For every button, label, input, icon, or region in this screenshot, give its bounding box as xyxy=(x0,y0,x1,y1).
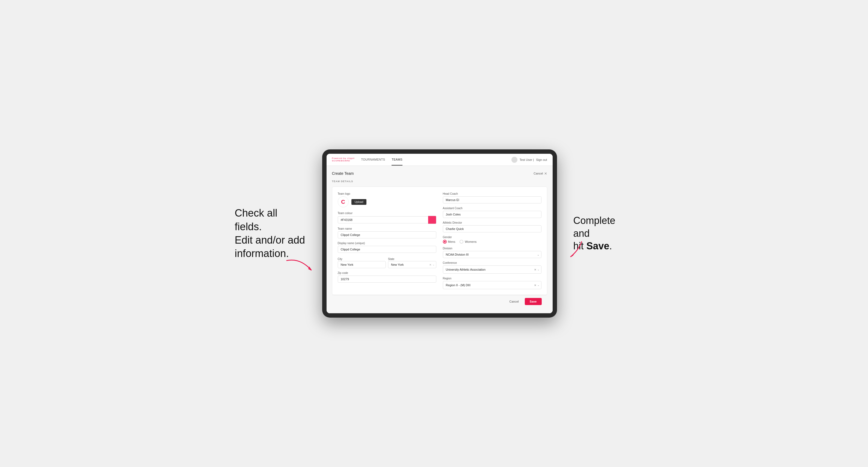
head-coach-label: Head Coach xyxy=(443,192,541,195)
display-name-input[interactable] xyxy=(338,246,436,253)
upload-button[interactable]: Upload xyxy=(351,199,367,205)
team-logo-group: Team logo C Upload xyxy=(338,192,436,208)
team-colour-input[interactable] xyxy=(338,216,428,223)
team-logo-label: Team logo xyxy=(338,192,436,195)
division-label: Division xyxy=(443,247,541,250)
zipcode-input[interactable] xyxy=(338,276,436,283)
state-clear-icon[interactable]: ✕ xyxy=(429,263,431,266)
region-chevron-icon: ⌄ xyxy=(537,284,539,286)
city-subgroup: City xyxy=(338,256,386,268)
city-label: City xyxy=(338,257,342,260)
zipcode-label: Zip code xyxy=(338,272,436,275)
team-name-input[interactable] xyxy=(338,231,436,239)
gender-mens-label: Mens xyxy=(448,240,456,243)
city-input[interactable] xyxy=(338,261,386,268)
head-coach-input[interactable] xyxy=(443,196,541,204)
athletic-director-input[interactable] xyxy=(443,225,541,232)
navbar: Powered by clippit SCOREBOARD TOURNAMENT… xyxy=(327,154,553,166)
colour-swatch[interactable] xyxy=(428,216,436,224)
team-colour-group: Team colour xyxy=(338,212,436,224)
form-left: Team logo C Upload Team colour xyxy=(338,192,436,289)
conference-icons: ✕ ⌄ xyxy=(534,268,539,271)
gender-label: Gender xyxy=(443,236,541,239)
city-state-group: City State ✕ xyxy=(338,256,436,268)
conference-select[interactable]: University Athletic Association ✕ ⌄ xyxy=(443,266,541,274)
state-icons: ✕ ⌄ xyxy=(429,263,435,266)
assistant-coach-group: Assistant Coach xyxy=(443,207,541,218)
gender-mens-option[interactable]: Mens xyxy=(443,240,456,244)
form-footer: Cancel Save xyxy=(332,295,547,308)
division-group: Division NCAA Division III xyxy=(443,247,541,258)
state-subgroup: State ✕ ⌄ xyxy=(388,256,436,268)
conference-chevron-icon: ⌄ xyxy=(537,268,539,271)
signout-link[interactable]: Sign out xyxy=(536,158,547,161)
tablet-screen: Powered by clippit SCOREBOARD TOURNAMENT… xyxy=(327,154,553,313)
region-icons: ✕ ⌄ xyxy=(534,284,539,287)
logo-circle: C xyxy=(338,196,349,207)
athletic-director-group: Athletic Director xyxy=(443,221,541,232)
gender-womens-option[interactable]: Womens xyxy=(460,240,476,244)
cancel-button[interactable]: Cancel xyxy=(506,298,522,305)
gender-womens-radio[interactable] xyxy=(460,240,463,244)
gender-womens-label: Womens xyxy=(465,240,476,243)
nav-right: Test User | Sign out xyxy=(512,157,547,163)
form-right: Head Coach Assistant Coach Athletic Dire… xyxy=(443,192,541,289)
display-name-group: Display name (unique) xyxy=(338,242,436,253)
gender-mens-radio[interactable] xyxy=(443,240,447,244)
gender-group: Gender Mens Womens xyxy=(443,236,541,244)
division-select[interactable]: NCAA Division III xyxy=(443,251,541,258)
form-grid: Team logo C Upload Team colour xyxy=(338,192,541,289)
user-avatar xyxy=(512,157,518,163)
region-value: Region II - (M) DIII xyxy=(446,283,470,287)
assistant-coach-label: Assistant Coach xyxy=(443,207,541,210)
region-select[interactable]: Region II - (M) DIII ✕ ⌄ xyxy=(443,281,541,289)
athletic-director-label: Athletic Director xyxy=(443,221,541,224)
assistant-coach-input[interactable] xyxy=(443,211,541,218)
left-annotation-text: Check all fields.Edit and/or addinformat… xyxy=(235,207,306,260)
region-group: Region Region II - (M) DIII ✕ ⌄ xyxy=(443,277,541,289)
gender-radio-row: Mens Womens xyxy=(443,240,541,244)
cancel-x-icon[interactable]: ✕ xyxy=(544,172,547,176)
conference-group: Conference University Athletic Associati… xyxy=(443,261,541,274)
region-clear-icon[interactable]: ✕ xyxy=(534,284,536,287)
team-colour-label: Team colour xyxy=(338,212,436,215)
tablet-device: Powered by clippit SCOREBOARD TOURNAMENT… xyxy=(322,149,557,318)
main-content: Create Team Cancel ✕ TEAM DETAILS xyxy=(327,166,553,313)
state-chevron-icon[interactable]: ⌄ xyxy=(433,263,435,266)
conference-label: Conference xyxy=(443,261,541,264)
city-state-row: City State ✕ xyxy=(338,256,436,268)
state-select-wrap: ✕ ⌄ xyxy=(388,261,436,268)
head-coach-group: Head Coach xyxy=(443,192,541,204)
nav-tournaments[interactable]: TOURNAMENTS xyxy=(361,154,385,165)
left-arrow-annotation xyxy=(284,255,317,277)
conference-value: University Athletic Association xyxy=(446,268,486,271)
nav-teams[interactable]: TEAMS xyxy=(392,154,402,165)
form-card: Team logo C Upload Team colour xyxy=(332,187,547,295)
save-button[interactable]: Save xyxy=(525,298,542,305)
state-label: State xyxy=(388,257,394,260)
zipcode-group: Zip code xyxy=(338,272,436,283)
page-header: Create Team Cancel ✕ xyxy=(332,171,547,176)
page-title: Create Team xyxy=(332,171,354,176)
display-name-label: Display name (unique) xyxy=(338,242,436,245)
colour-row xyxy=(338,216,436,224)
logo-section: C Upload xyxy=(338,196,436,207)
team-name-label: Team name xyxy=(338,227,436,230)
region-label: Region xyxy=(443,277,541,280)
user-label: Test User | xyxy=(520,158,534,161)
cancel-header[interactable]: Cancel ✕ xyxy=(533,172,547,176)
logo: Powered by clippit SCOREBOARD xyxy=(332,157,355,162)
nav-links: TOURNAMENTS TEAMS xyxy=(361,154,511,165)
section-label: TEAM DETAILS xyxy=(332,180,547,183)
conference-clear-icon[interactable]: ✕ xyxy=(534,268,536,271)
right-arrow-annotation xyxy=(565,239,587,261)
team-name-group: Team name xyxy=(338,227,436,239)
division-select-wrapper: NCAA Division III xyxy=(443,251,541,258)
